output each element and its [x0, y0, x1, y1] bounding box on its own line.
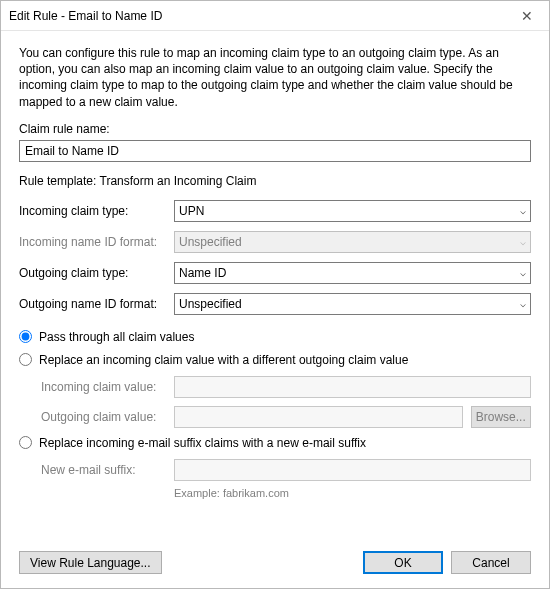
radio-replace-suffix-label: Replace incoming e-mail suffix claims wi…: [39, 436, 366, 450]
radio-replace-value-label: Replace an incoming claim value with a d…: [39, 353, 408, 367]
new-email-suffix-input: [174, 459, 531, 481]
incoming-name-id-format-select: Unspecified ⌵: [174, 231, 531, 253]
outgoing-claim-type-label: Outgoing claim type:: [19, 266, 174, 280]
radio-replace-value[interactable]: [19, 353, 32, 366]
incoming-claim-value-label: Incoming claim value:: [41, 380, 174, 394]
radio-replace-suffix[interactable]: [19, 436, 32, 449]
edit-rule-dialog: Edit Rule - Email to Name ID ✕ You can c…: [0, 0, 550, 589]
view-rule-language-button[interactable]: View Rule Language...: [19, 551, 162, 574]
outgoing-name-id-format-select[interactable]: Unspecified ⌵: [174, 293, 531, 315]
claim-rule-name-input[interactable]: [19, 140, 531, 162]
incoming-claim-value-input: [174, 376, 531, 398]
example-text: Example: fabrikam.com: [174, 487, 531, 499]
incoming-claim-type-label: Incoming claim type:: [19, 204, 174, 218]
browse-button: Browse...: [471, 406, 532, 428]
close-icon: ✕: [521, 8, 533, 24]
radio-pass-through[interactable]: [19, 330, 32, 343]
window-title: Edit Rule - Email to Name ID: [9, 9, 162, 23]
rule-template-text: Rule template: Transform an Incoming Cla…: [19, 174, 531, 188]
incoming-claim-type-select[interactable]: UPN ⌵: [174, 200, 531, 222]
ok-button[interactable]: OK: [363, 551, 443, 574]
description-text: You can configure this rule to map an in…: [19, 45, 531, 110]
dialog-body: You can configure this rule to map an in…: [1, 31, 549, 588]
claim-rule-name-label: Claim rule name:: [19, 122, 531, 136]
radio-pass-through-label: Pass through all claim values: [39, 330, 194, 344]
incoming-name-id-format-label: Incoming name ID format:: [19, 235, 174, 249]
chevron-down-icon: ⌵: [520, 267, 526, 278]
footer: View Rule Language... OK Cancel: [19, 551, 531, 574]
chevron-down-icon: ⌵: [520, 236, 526, 247]
new-email-suffix-label: New e-mail suffix:: [41, 463, 174, 477]
close-button[interactable]: ✕: [504, 2, 549, 30]
outgoing-name-id-format-label: Outgoing name ID format:: [19, 297, 174, 311]
chevron-down-icon: ⌵: [520, 205, 526, 216]
outgoing-claim-value-input: [174, 406, 463, 428]
titlebar: Edit Rule - Email to Name ID ✕: [1, 1, 549, 31]
outgoing-claim-type-select[interactable]: Name ID ⌵: [174, 262, 531, 284]
outgoing-claim-value-label: Outgoing claim value:: [41, 410, 174, 424]
chevron-down-icon: ⌵: [520, 298, 526, 309]
cancel-button[interactable]: Cancel: [451, 551, 531, 574]
